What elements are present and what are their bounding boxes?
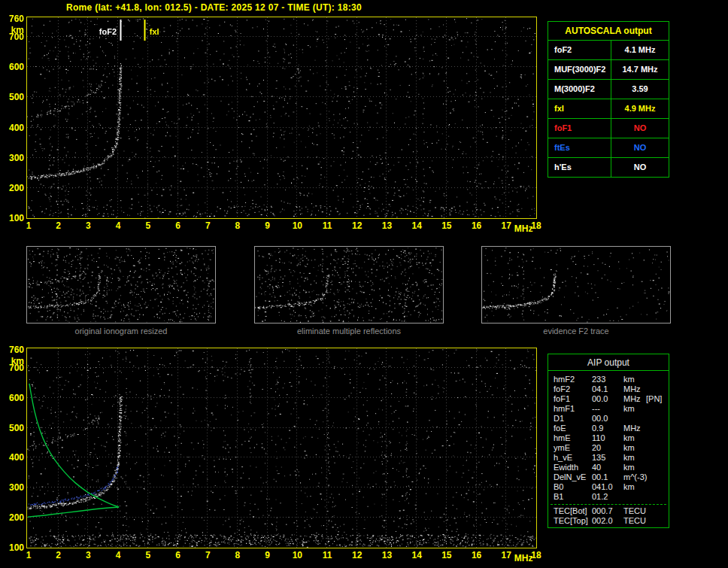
autoscala-row-value: NO xyxy=(611,119,669,138)
aip-row-extra: [PN] xyxy=(646,394,669,404)
y-tick-label: 600 xyxy=(2,393,24,402)
aip-row-unit xyxy=(623,414,646,424)
aip-row-unit: km xyxy=(623,482,646,492)
aip-output-table: AIP output hmF2233kmfoF204.1MHzfoF100.0M… xyxy=(548,354,669,528)
aip-row-label: B0 xyxy=(548,482,592,492)
autoscala-row-value: 14.7 MHz xyxy=(611,60,669,79)
aip-row: TEC[Top]002.0TECU xyxy=(548,516,669,526)
x-tick-label: 16 xyxy=(472,551,481,560)
aip-row: hmE110km xyxy=(548,433,669,443)
x-tick-label: 17 xyxy=(502,551,511,560)
panel-original-canvas xyxy=(27,247,215,323)
aip-row-value: 20 xyxy=(592,443,623,453)
aip-row-unit: TECU xyxy=(623,516,646,526)
x-tick-label: 15 xyxy=(441,222,451,230)
main-ionogram-plot: foF2fxI100200300400500600700760km1234567… xyxy=(26,17,537,219)
autoscala-table-body: foF24.1 MHzMUF(3000)F214.7 MHzM(3000)F23… xyxy=(548,41,669,178)
aip-row-value: 00.0 xyxy=(592,414,623,424)
aip-row-label: DelN_vE xyxy=(548,472,592,482)
marker-label-foF2: foF2 xyxy=(86,28,117,36)
x-tick-label: 11 xyxy=(323,222,332,230)
aip-row-extra xyxy=(646,384,669,394)
aip-row-label: ymE xyxy=(548,443,592,453)
aip-row-extra xyxy=(646,424,669,433)
y-tick-label: 760 xyxy=(2,346,24,354)
aip-row-unit: km xyxy=(623,433,646,443)
y-tick-label: 400 xyxy=(2,454,24,462)
panel-original-ionogram xyxy=(26,246,216,323)
aip-row-extra xyxy=(646,453,669,463)
autoscala-row: foF24.1 MHz xyxy=(548,41,669,60)
aip-row-label: foF2 xyxy=(548,384,592,394)
panel-eliminate-multiples-canvas xyxy=(255,247,443,323)
x-tick-label: 2 xyxy=(56,551,61,560)
y-axis-unit-label: km xyxy=(2,357,24,366)
autoscala-row-value: 3.59 xyxy=(611,80,669,99)
aip-row-extra xyxy=(646,433,669,443)
y-tick-label: 300 xyxy=(2,153,24,162)
aip-row-unit: MHz xyxy=(623,394,646,404)
autoscala-row: foF1NO xyxy=(548,119,669,138)
aip-row-extra xyxy=(646,516,669,526)
autoscala-row: h'EsNO xyxy=(548,158,669,178)
x-tick-label: 5 xyxy=(145,222,150,230)
aip-row-value: 002.0 xyxy=(592,516,623,526)
autoscala-row-value: NO xyxy=(611,158,669,178)
x-tick-label: 11 xyxy=(323,551,332,560)
x-tick-label: 2 xyxy=(56,222,61,230)
autoscala-row-label: foF2 xyxy=(548,41,611,59)
x-tick-label: 5 xyxy=(145,551,150,560)
aip-row-value: 40 xyxy=(592,463,623,472)
x-tick-label: 14 xyxy=(411,551,421,560)
aip-row-label: TEC[Bot] xyxy=(548,506,592,516)
autoscala-row: fxI4.9 MHz xyxy=(548,99,669,119)
autoscala-row-label: M(3000)F2 xyxy=(548,80,611,99)
aip-row-label: Ewidth xyxy=(548,463,592,472)
aip-row-unit: MHz xyxy=(623,384,646,394)
aip-row-unit: MHz xyxy=(623,424,646,433)
x-tick-label: 8 xyxy=(235,222,241,230)
x-tick-label: 14 xyxy=(411,222,421,230)
aip-row-extra xyxy=(646,506,669,516)
panel-caption-original: original ionogram resized xyxy=(26,327,216,336)
profile-ionogram-canvas xyxy=(27,348,536,548)
aip-separator xyxy=(551,504,666,505)
aip-row-extra xyxy=(646,375,669,384)
aip-row-label: hmE xyxy=(548,433,592,443)
panel-caption-multiples: eliminate multiple reflections xyxy=(254,327,444,336)
station-title: Rome (lat: +41.8, lon: 012.5) - DATE: 20… xyxy=(66,2,362,13)
x-tick-label: 4 xyxy=(116,551,121,560)
autoscala-row-label: foF1 xyxy=(548,119,611,138)
aip-row-unit: km xyxy=(623,443,646,453)
y-tick-label: 200 xyxy=(2,514,24,522)
aip-row-label: D1 xyxy=(548,414,592,424)
x-tick-label: 16 xyxy=(472,222,481,230)
x-axis-unit-label: MHz xyxy=(514,554,533,563)
aip-row: DelN_vE00.1m^(-3) xyxy=(548,472,669,482)
aip-row: B101.2 xyxy=(548,492,669,502)
x-tick-label: 6 xyxy=(175,551,180,560)
autoscala-row: M(3000)F23.59 xyxy=(548,80,669,99)
x-tick-label: 10 xyxy=(293,222,302,230)
autoscala-row: MUF(3000)F214.7 MHz xyxy=(548,60,669,80)
aip-row-unit: m^(-3) xyxy=(623,472,646,482)
x-tick-label: 3 xyxy=(86,222,91,230)
aip-row-extra xyxy=(646,404,669,414)
x-tick-label: 1 xyxy=(26,222,32,230)
x-tick-label: 3 xyxy=(86,551,91,560)
aip-row-extra xyxy=(646,492,669,502)
autoscala-table-title: AUTOSCALA output xyxy=(548,22,669,41)
main-ionogram-canvas xyxy=(27,17,536,218)
autoscala-row-label: MUF(3000)F2 xyxy=(548,60,611,79)
aip-row-value: 110 xyxy=(592,433,623,443)
x-tick-label: 12 xyxy=(352,551,362,560)
autoscala-output-table: AUTOSCALA output foF24.1 MHzMUF(3000)F21… xyxy=(548,21,669,178)
aip-row-label: TEC[Top] xyxy=(548,516,592,526)
autoscala-screen: Rome (lat: +41.8, lon: 012.5) - DATE: 20… xyxy=(0,0,728,568)
panel-caption-evidence: evidence F2 trace xyxy=(481,327,671,336)
aip-row-unit xyxy=(623,492,646,502)
aip-row-value: 04.1 xyxy=(592,384,623,394)
autoscala-row-label: ftEs xyxy=(548,138,611,157)
aip-row-unit: TECU xyxy=(623,506,646,516)
aip-row: foF100.0MHz[PN] xyxy=(548,394,669,404)
